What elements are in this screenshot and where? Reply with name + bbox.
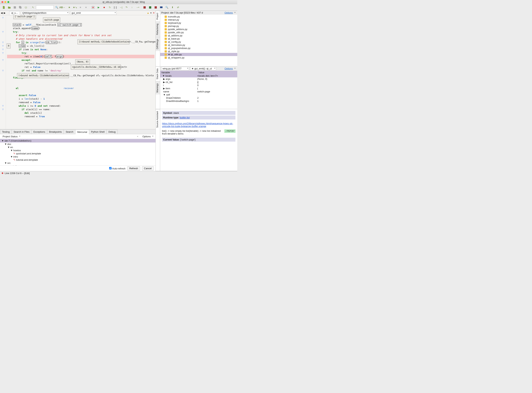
bookmark-button[interactable]: ★ <box>67 5 72 10</box>
warning-icon[interactable]: ▲ <box>147 11 149 14</box>
stack-variable-row[interactable]: DrawChildren2 <box>160 96 237 99</box>
debug-stop-button[interactable]: ■ <box>102 5 107 10</box>
close-panel-icon[interactable]: × <box>137 135 139 138</box>
tab-debug[interactable]: Debug <box>106 129 118 134</box>
project-file-item[interactable]: pyside_addons.py <box>160 28 237 31</box>
close-editor-icon[interactable]: ✕ <box>153 11 155 14</box>
debug-run-button[interactable]: ▶ <box>96 5 101 10</box>
mercurial-repo-root[interactable]: ▼ ide-7 (/Users/sdeibel/src) <box>0 139 156 142</box>
refresh-button[interactable]: Refresh <box>127 166 140 171</box>
runtime-type-link[interactable]: builtin list <box>180 116 190 119</box>
vtab-project[interactable]: Project <box>156 11 160 21</box>
tab-search-in-files[interactable]: Search in Files <box>11 129 32 134</box>
editor-gutter[interactable]: ▽ ▽ ▽▽▽ ▽▽ ▽ ▽▽ <box>0 15 6 129</box>
project-file-item[interactable]: qt_addons.py <box>160 34 237 37</box>
tab-breakpoints[interactable]: Breakpoints <box>47 129 64 134</box>
stack-variable-row[interactable]: DrawWindowBackgro1 <box>160 99 237 103</box>
mercurial-folder-item[interactable]: ▼ src <box>0 162 156 165</box>
tab-search[interactable]: Search <box>64 129 75 134</box>
symbol-selector[interactable]: gui_emit <box>70 11 117 15</box>
project-file-item[interactable]: qt_popupwindows.py <box>160 47 237 50</box>
open-file-button[interactable] <box>7 5 12 10</box>
breakpoint-button[interactable] <box>91 5 96 10</box>
code-editor[interactable]: return False stack = self.__fEmissionSta… <box>6 15 156 129</box>
search-icon[interactable]: 🔍 <box>54 5 59 10</box>
vtab-refactoring[interactable]: Refactoring <box>156 21 160 37</box>
save-button[interactable] <box>12 5 17 10</box>
minimize-window-icon[interactable] <box>5 1 6 3</box>
file-tab[interactable]: qt_u… <box>9 11 20 15</box>
mercurial-folder-item[interactable]: ▼ en <box>0 146 156 149</box>
mercurial-file-item[interactable]: ✎ tutorial.arst.template <box>0 158 156 162</box>
tab-python-shell[interactable]: Python Shell <box>89 129 107 134</box>
nav-back-button[interactable]: ◀ <box>1 11 3 14</box>
stack-variable-row[interactable]: i0 <box>160 84 237 87</box>
mercurial-folder-item[interactable]: ▼ doc <box>0 142 156 146</box>
project-file-item[interactable]: iconutils.py <box>160 15 237 18</box>
sync-button[interactable]: ⇄ <box>175 5 181 10</box>
project-file-item[interactable]: qt_base.py <box>160 37 237 40</box>
tab-exceptions[interactable]: Exceptions <box>31 129 47 134</box>
project-file-item[interactable]: interact.py <box>160 18 237 21</box>
debug-restart-button[interactable]: ↻ <box>107 5 112 10</box>
stack-options[interactable]: Options <box>223 67 236 70</box>
mercurial-folder-item[interactable]: ▼ howtos <box>0 149 156 152</box>
find-button[interactable]: 🔍 <box>164 5 169 10</box>
mercurial-folder-item[interactable]: ▼ intro <box>0 155 156 158</box>
stack-variable-row[interactable]: nameswitch-page <box>160 90 237 93</box>
vtab-stack-data[interactable]: Stack Data <box>156 66 160 81</box>
step-into-button[interactable]: →| <box>118 5 124 10</box>
project-file-item[interactable]: qt_itemviews.py <box>160 44 237 47</box>
extract2-button[interactable] <box>153 5 158 10</box>
nav-forward-button[interactable]: ▶ <box>4 11 5 14</box>
mercurial-file-item[interactable]: ✎ quickstart.arst.template <box>0 152 156 155</box>
bug-icon[interactable]: ✱ <box>1 172 4 175</box>
new-file-button[interactable] <box>1 5 6 10</box>
vtab-warnings[interactable]: Warnings <box>156 81 160 94</box>
doc-url-link[interactable]: https://docs.python.org/2/library/stdtyp… <box>162 122 233 128</box>
locals-row[interactable]: ▼ locals <locals dict; len=7> <box>160 74 237 77</box>
vtab-diff-merge[interactable]: Diff/Merge <box>156 37 160 51</box>
project-file-item[interactable]: pixmap.py <box>160 25 237 28</box>
toolbar-search-input[interactable] <box>36 5 54 10</box>
extract-button[interactable] <box>148 5 153 10</box>
bookmark-clear-button[interactable]: ★ <box>83 5 89 10</box>
project-status-label[interactable]: Project Status <box>1 135 21 138</box>
stack-variable-row[interactable]: ▶ args(None, 0) <box>160 77 237 81</box>
stack-variable-row[interactable]: ▶ cb_list[( <box>160 81 237 84</box>
project-file-list[interactable]: iconutils.pyinteract.pykeyboard.pypixmap… <box>160 15 237 59</box>
download-button[interactable]: ⬇ <box>170 5 175 10</box>
project-file-item[interactable]: qt_wrappers.py <box>160 56 237 59</box>
step-out-button[interactable]: ↑ <box>129 5 134 10</box>
class-selector[interactable]: QtWidgetAdapterMixin <box>21 11 69 15</box>
auto-refresh-checkbox[interactable]: Auto-refresh <box>109 167 125 170</box>
step-over-button[interactable]: ↷ <box>124 5 129 10</box>
project-file-item[interactable]: keyboard.py <box>160 21 237 25</box>
debug-pause-button[interactable]: ❚❚ <box>113 5 118 10</box>
project-file-item[interactable]: pyside_utils.py <box>160 31 237 34</box>
replace-button[interactable]: AB↔ <box>60 5 65 10</box>
cancel-button[interactable]: Cancel <box>142 166 154 171</box>
bookmark-next-button[interactable]: ★↘ <box>72 5 77 10</box>
stack-variable-row[interactable]: ▶ item( <box>160 87 237 90</box>
dropdown-icon[interactable]: ▾ <box>150 11 152 14</box>
run-to-cursor-button[interactable]: →• <box>135 5 140 10</box>
stack-variable-row[interactable]: ▼ self <box>160 93 237 96</box>
insert-button[interactable] <box>142 5 147 10</box>
zoom-window-icon[interactable] <box>7 1 9 3</box>
project-options[interactable]: Options <box>223 11 236 14</box>
mercurial-options[interactable]: Options <box>141 135 154 138</box>
monitor-button[interactable] <box>159 5 164 10</box>
indent-guide-button[interactable]: ⟮|⟯ <box>23 5 29 10</box>
cursor-button[interactable]: ↖ <box>30 5 36 10</box>
project-file-item[interactable]: ★ qt_utils.py <box>160 53 237 56</box>
project-file-item[interactable]: qt_style.py <box>160 50 237 53</box>
process-selector[interactable]: wing.py (pid 8577 <box>161 67 189 70</box>
frame-selector[interactable]: ★ gui_emit(): qt_ut <box>190 67 216 70</box>
bookmark-prev-button[interactable]: ★ <box>78 5 83 10</box>
close-window-icon[interactable] <box>1 1 3 3</box>
tab-mercurial[interactable]: Mercurial <box>75 130 89 134</box>
project-file-item[interactable]: qt_config.py <box>160 40 237 44</box>
save-all-button[interactable] <box>18 5 23 10</box>
tab-testing[interactable]: Testing <box>0 129 12 134</box>
